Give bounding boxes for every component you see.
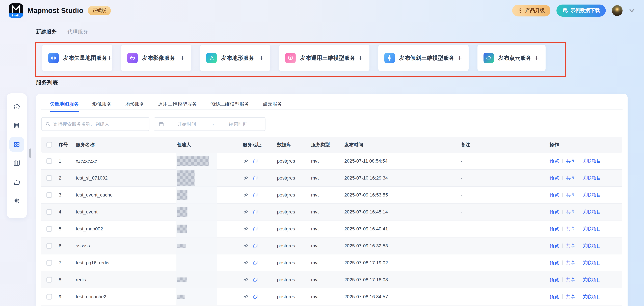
plus-icon[interactable]: +: [180, 54, 185, 62]
op-0[interactable]: 预览: [550, 226, 559, 232]
service-type-tab[interactable]: 倾斜三维模型服务: [210, 101, 249, 112]
service-type-tab[interactable]: 地形服务: [125, 101, 144, 112]
service-link-icon[interactable]: [243, 260, 249, 266]
publish-service-card[interactable]: 发布影像服务+: [121, 45, 191, 71]
service-link-icon[interactable]: [243, 209, 249, 215]
service-type-value: mvt: [311, 294, 319, 299]
service-type-tab[interactable]: 矢量地图服务: [50, 101, 79, 112]
row-checkbox[interactable]: [46, 260, 52, 265]
op-1[interactable]: 共享: [566, 243, 576, 249]
user-avatar[interactable]: [612, 5, 622, 16]
table-row: 7 test_pg16_redis postgres mvt 2025-07-0…: [41, 254, 622, 271]
op-2[interactable]: 关联项目: [582, 260, 601, 266]
op-1[interactable]: 共享: [566, 226, 576, 232]
publish-service-card[interactable]: 发布点云服务+: [478, 45, 546, 71]
op-1[interactable]: 共享: [566, 277, 576, 283]
plus-icon[interactable]: +: [534, 54, 539, 62]
sample-data-download-button[interactable]: 示例数据下载: [556, 5, 606, 17]
op-1[interactable]: 共享: [566, 175, 576, 181]
mapmost-logo[interactable]: Studio: [9, 3, 23, 18]
op-1[interactable]: 共享: [566, 158, 576, 164]
chevron-down-icon[interactable]: [628, 8, 635, 13]
note-value: -: [461, 175, 462, 181]
copy-address-icon[interactable]: [252, 294, 258, 300]
service-link-icon[interactable]: [243, 277, 249, 283]
op-2[interactable]: 关联项目: [582, 192, 601, 198]
publish-service-card[interactable]: 发布矢量地图服务+: [42, 45, 112, 71]
op-0[interactable]: 预览: [550, 243, 559, 249]
op-2[interactable]: 关联项目: [582, 293, 601, 300]
table-row: 2 test_sl_071002 postgres mvt 2025-07-10…: [41, 170, 622, 187]
op-0[interactable]: 预览: [550, 175, 559, 181]
service-link-icon[interactable]: [243, 175, 249, 181]
topbar-right: 产品升级 示例数据下载: [512, 5, 635, 17]
service-search-input[interactable]: 支持搜索服务名称、创建人: [41, 117, 150, 131]
op-2[interactable]: 关联项目: [582, 277, 601, 283]
op-0[interactable]: 预览: [550, 192, 559, 198]
row-checkbox[interactable]: [46, 226, 52, 232]
sidebar-item-settings[interactable]: [10, 194, 24, 208]
copy-address-icon[interactable]: [252, 260, 258, 266]
publish-service-card[interactable]: 发布地形服务+: [200, 45, 270, 71]
select-all-checkbox[interactable]: [46, 142, 52, 148]
page-tab[interactable]: 新建服务: [36, 28, 57, 35]
op-1[interactable]: 共享: [566, 293, 576, 300]
service-link-icon[interactable]: [243, 192, 249, 198]
sidebar-scrollbar-thumb[interactable]: [29, 148, 31, 158]
op-2[interactable]: 关联项目: [582, 243, 601, 249]
op-2[interactable]: 关联项目: [582, 226, 601, 232]
copy-address-icon[interactable]: [252, 158, 258, 164]
row-checkbox[interactable]: [46, 277, 52, 282]
database-value: postgres: [277, 209, 295, 215]
op-1[interactable]: 共享: [566, 260, 576, 266]
copy-address-icon[interactable]: [252, 209, 258, 215]
service-type-tab[interactable]: 通用三维模型服务: [158, 101, 197, 112]
op-2[interactable]: 关联项目: [582, 209, 601, 215]
publish-service-card[interactable]: 发布倾斜三维模型服务+: [378, 45, 468, 71]
op-0[interactable]: 预览: [550, 209, 559, 215]
publish-service-card[interactable]: 发布通用三维模型服务+: [279, 45, 370, 71]
row-checkbox[interactable]: [46, 192, 52, 198]
op-0[interactable]: 预览: [550, 277, 559, 283]
sidebar-item-database[interactable]: [10, 118, 24, 133]
page-tab[interactable]: 代理服务: [68, 28, 88, 35]
plus-icon[interactable]: +: [358, 54, 363, 62]
op-0[interactable]: 预览: [550, 260, 559, 266]
publish-time-value: 2025-07-08 17:18:08: [344, 277, 388, 282]
op-2[interactable]: 关联项目: [582, 158, 601, 164]
service-type-tab[interactable]: 点云服务: [263, 101, 282, 112]
service-link-icon[interactable]: [243, 294, 249, 300]
row-checkbox[interactable]: [46, 158, 52, 164]
sidebar-item-map[interactable]: [10, 156, 24, 171]
op-2[interactable]: 关联项目: [582, 175, 601, 181]
service-link-icon[interactable]: [243, 226, 249, 232]
op-1[interactable]: 共享: [566, 209, 576, 215]
service-type-tab[interactable]: 影像服务: [92, 101, 112, 112]
creator-redacted: [177, 156, 209, 166]
sidebar-item-projects[interactable]: [10, 175, 24, 190]
op-0[interactable]: 预览: [550, 158, 559, 164]
op-0[interactable]: 预览: [550, 293, 559, 300]
row-checkbox[interactable]: [46, 243, 52, 249]
op-divider: [579, 277, 579, 282]
copy-address-icon[interactable]: [252, 226, 258, 232]
date-range-picker[interactable]: 开始时间 → 结束时间: [154, 117, 266, 131]
op-1[interactable]: 共享: [566, 192, 576, 198]
service-link-icon[interactable]: [243, 158, 249, 164]
creator-redacted: [177, 190, 187, 200]
copy-address-icon[interactable]: [252, 192, 258, 198]
row-checkbox[interactable]: [46, 294, 52, 299]
copy-address-icon[interactable]: [252, 243, 258, 249]
plus-icon[interactable]: +: [259, 54, 264, 62]
plus-icon[interactable]: +: [457, 54, 462, 62]
copy-address-icon[interactable]: [252, 175, 258, 181]
service-link-icon[interactable]: [243, 243, 249, 249]
sidebar-item-services[interactable]: [10, 137, 24, 152]
note-value: -: [461, 260, 462, 265]
product-upgrade-button[interactable]: 产品升级: [512, 5, 550, 17]
sidebar-item-home[interactable]: [10, 99, 24, 114]
row-checkbox[interactable]: [46, 209, 52, 215]
plus-icon[interactable]: +: [107, 54, 112, 62]
row-checkbox[interactable]: [46, 175, 52, 181]
copy-address-icon[interactable]: [252, 277, 258, 283]
